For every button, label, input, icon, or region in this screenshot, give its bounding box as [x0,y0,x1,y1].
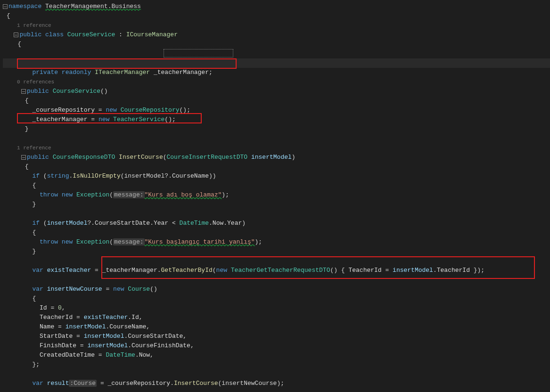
code-editor[interactable]: namespace TeacherManagement.Business { 1… [0,0,550,390]
code-line[interactable]: _courseRepository = new CourseRepository… [3,106,550,115]
code-line[interactable]: FinishDate = insertModel.CourseFinishDat… [3,341,550,351]
code-line[interactable]: var insertNewCourse = new Course() [3,285,550,294]
code-line[interactable]: _teacherManager = new TeacherService(); [3,115,550,124]
code-line[interactable]: var result:Course = _courseRepository.In… [3,379,550,388]
code-line[interactable]: Name = insertModel.CourseName, [3,322,550,332]
code-line[interactable]: public class CourseService : ICourseMana… [3,30,550,40]
code-line[interactable]: } [3,247,550,256]
code-line[interactable]: throw new Exception(message:"Kurs başlan… [3,237,550,247]
blank-line [3,275,550,285]
codelens[interactable]: 0 references [3,77,550,87]
class-name: CourseService [67,31,115,38]
code-line[interactable]: { [3,162,550,172]
code-line[interactable]: public CourseResponseDTO InsertCourse(Co… [3,153,550,162]
code-line[interactable]: } [3,200,550,209]
code-line[interactable]: { [3,181,550,190]
brace: { [7,12,10,19]
string-literal: "Kurs başlangıç tarihi yanlış" [145,238,255,245]
code-line[interactable]: public CourseService() [3,87,550,96]
code-line[interactable]: var existTeacher = _teacherManager.GetTe… [3,266,550,275]
interface-name: ICourseManager [126,31,178,38]
code-line[interactable]: if (string.IsNullOrEmpty(insertModel?.Co… [3,172,550,181]
inlay-hint: message: [113,191,144,198]
blank-line [3,134,550,143]
blank-line [3,256,550,266]
string-literal: "Kurs adı boş olamaz" [145,191,222,198]
code-line[interactable]: throw new Exception(message:"Kurs adı bo… [3,190,550,200]
code-line[interactable]: TeacherId = existTeacher.Id, [3,313,550,322]
code-line[interactable]: }; [3,360,550,369]
fold-icon[interactable] [21,155,26,160]
code-line[interactable]: } [3,124,550,134]
inlay-hint: message: [113,238,144,245]
code-line[interactable]: { [3,96,550,106]
codelens[interactable]: 1 reference [3,21,550,30]
code-line[interactable]: { [3,294,550,303]
namespace-name: TeacherManagement.Business [45,3,141,10]
inlay-hint: :Course [69,380,97,387]
code-line[interactable]: private readonly ICourseRepository _cour… [3,49,550,58]
code-line[interactable]: namespace TeacherManagement.Business [3,2,550,11]
code-line[interactable]: { [3,40,550,49]
blank-line [3,209,550,219]
fold-icon[interactable] [3,4,8,9]
code-line[interactable]: { [3,228,550,237]
codelens[interactable]: 1 reference [3,143,550,153]
code-line[interactable]: { [3,11,550,21]
rename-highlight [164,49,233,57]
code-line[interactable]: StartDate = insertModel.CourseStartDate, [3,332,550,341]
blank-line [3,369,550,379]
code-line[interactable]: if (insertModel?.CourseStartDate.Year < … [3,219,550,228]
blank-line [3,68,550,77]
code-line[interactable]: CreatedDateTime = DateTime.Now, [3,351,550,360]
method-name: InsertCourse [119,154,163,161]
code-line[interactable]: private readonly ITeacherManager _teache… [3,58,550,68]
fold-icon[interactable] [14,33,18,37]
keyword: namespace [8,3,41,10]
code-line[interactable]: Id = 0, [3,303,550,313]
fold-icon[interactable] [21,89,26,94]
